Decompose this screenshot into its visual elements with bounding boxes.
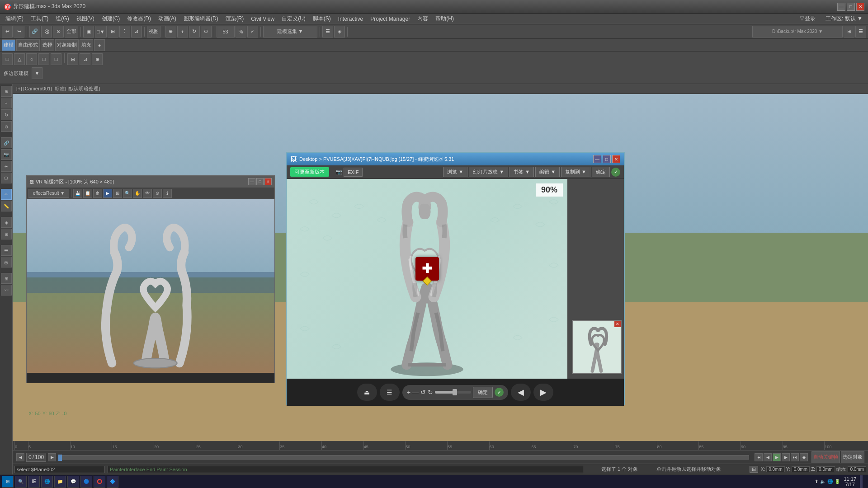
named-selection[interactable]: 建模选集 ▼ bbox=[263, 26, 317, 38]
freeform-tab[interactable]: 自由形式 bbox=[16, 39, 40, 51]
taskbar-app1[interactable]: 🔵 bbox=[80, 476, 92, 488]
poly-select-poly[interactable]: □ bbox=[38, 53, 49, 65]
menu-render[interactable]: 渲染(R) bbox=[222, 14, 248, 23]
update-version-button[interactable]: 可更至新版本 bbox=[290, 167, 329, 177]
image-viewer-maximize[interactable]: □ bbox=[603, 155, 611, 163]
frame-counter[interactable]: 0 / 100 bbox=[26, 453, 46, 462]
vr-zoom[interactable]: 🔍 bbox=[123, 189, 132, 198]
timeline-playhead[interactable] bbox=[58, 455, 62, 461]
anim-next-button[interactable]: ▶ bbox=[782, 453, 790, 461]
mirror-btn[interactable]: ☰ bbox=[322, 26, 333, 38]
thumbnail-close-button[interactable]: ✕ bbox=[614, 321, 621, 327]
exif-button[interactable]: EXIF bbox=[344, 168, 363, 177]
nav-progress-bar[interactable] bbox=[435, 391, 471, 394]
scale-btn[interactable]: ⊙ bbox=[201, 26, 212, 38]
select-object-button[interactable]: ▣ bbox=[83, 26, 94, 38]
poly-settings[interactable]: ▼ bbox=[32, 67, 42, 79]
tool-scale[interactable]: ⊙ bbox=[1, 121, 12, 132]
user-account[interactable]: ▽登录 bbox=[796, 14, 819, 23]
menu-animation[interactable]: 动画(A) bbox=[155, 14, 180, 23]
close-button[interactable]: ✕ bbox=[856, 3, 864, 11]
fill-more[interactable]: ● bbox=[94, 39, 105, 51]
tool-light[interactable]: ☀ bbox=[1, 161, 12, 172]
viewport-main[interactable]: 🖼 VR 帧缓冲区 - [100% 为 640 × 480] — □ ✕ eff… bbox=[13, 94, 868, 441]
image-viewer-minimize[interactable]: — bbox=[593, 155, 601, 163]
vr-maximize[interactable]: □ bbox=[256, 178, 264, 185]
tool-material[interactable]: ◈ bbox=[1, 217, 12, 228]
paint-select[interactable]: ⊿ bbox=[131, 26, 142, 38]
anim-key-button[interactable]: ◆ bbox=[800, 453, 808, 461]
confirm-button[interactable]: 确定 bbox=[592, 167, 610, 177]
browse-menu[interactable]: 浏览 ▼ bbox=[443, 167, 467, 177]
menu-civil-view[interactable]: Civil View bbox=[247, 15, 278, 23]
eject-button[interactable]: ⏏ bbox=[357, 384, 377, 401]
anim-prev-button[interactable]: ◀ bbox=[764, 453, 772, 461]
move-btn[interactable]: + bbox=[177, 26, 188, 38]
vr-close[interactable]: ✕ bbox=[264, 178, 272, 185]
lasso-select[interactable]: ⋮ bbox=[119, 26, 130, 38]
tool-move[interactable]: + bbox=[1, 98, 12, 108]
image-viewer-close[interactable]: ✕ bbox=[612, 155, 620, 163]
vr-save-copy[interactable]: 📋 bbox=[83, 189, 92, 198]
slideshow-menu[interactable]: 幻灯片放映 ▼ bbox=[469, 167, 508, 177]
vr-info[interactable]: ℹ bbox=[163, 189, 172, 198]
redo-button[interactable]: ↪ bbox=[14, 26, 24, 38]
taskbar-chrome[interactable]: 🌐 bbox=[41, 476, 53, 488]
modeling-tab[interactable]: 建模 bbox=[2, 39, 15, 51]
rotate-left-button[interactable]: ↺ bbox=[420, 389, 426, 396]
menu-graph-editor[interactable]: 图形编辑器(D) bbox=[180, 14, 222, 23]
poly-select-elem[interactable]: □ bbox=[51, 53, 61, 65]
tool-geo[interactable]: ⬡ bbox=[1, 173, 12, 183]
tool-select[interactable]: ⊕ bbox=[1, 86, 12, 97]
poly-select-vert[interactable]: □ bbox=[2, 53, 13, 65]
taskbar-search[interactable]: 🔍 bbox=[15, 476, 27, 488]
tool-camera[interactable]: 📷 bbox=[1, 149, 12, 160]
zoom-minus-button[interactable]: — bbox=[412, 389, 419, 396]
vr-track[interactable]: ✋ bbox=[133, 189, 142, 198]
scene-explorer-btn[interactable]: ⊞ bbox=[844, 26, 854, 38]
confirm-check[interactable]: ✓ bbox=[611, 168, 620, 177]
maximize-button[interactable]: □ bbox=[847, 3, 855, 11]
nav-confirm-button[interactable]: 确定 bbox=[473, 387, 493, 398]
bind-button[interactable]: ⊙ bbox=[53, 26, 64, 38]
poly-select-edge[interactable]: △ bbox=[14, 53, 25, 65]
menu-create[interactable]: 创建(C) bbox=[98, 14, 124, 23]
snap-toggle[interactable]: ✓ bbox=[247, 26, 258, 38]
tool-array[interactable]: ⊞ bbox=[1, 273, 12, 284]
vr-view[interactable]: 👁 bbox=[143, 189, 152, 198]
select-filter[interactable]: □▼ bbox=[95, 26, 107, 38]
menu-tools[interactable]: 工具(T) bbox=[27, 14, 52, 23]
tool-mirror[interactable]: ☰ bbox=[1, 245, 12, 256]
menu-nav-button[interactable]: ☰ bbox=[380, 384, 400, 401]
vr-render[interactable]: ▶ bbox=[103, 189, 112, 198]
transform-btn[interactable]: ⊕ bbox=[165, 26, 176, 38]
vr-save[interactable]: 💾 bbox=[73, 189, 82, 198]
poly-tool1[interactable]: ⊞ bbox=[67, 53, 78, 65]
taskbar-folder[interactable]: 📁 bbox=[54, 476, 66, 488]
menu-view[interactable]: 视图(V) bbox=[73, 14, 98, 23]
menu-group[interactable]: 组(G) bbox=[52, 14, 72, 23]
select-all-button[interactable]: 全部 bbox=[65, 26, 78, 38]
menu-help[interactable]: 帮助(H) bbox=[432, 14, 458, 23]
bookmark-menu[interactable]: 书签 ▼ bbox=[509, 167, 534, 177]
vr-history[interactable]: ⊙ bbox=[153, 189, 162, 198]
menu-custom[interactable]: 自定义(U) bbox=[278, 14, 309, 23]
tool-paint[interactable]: ✏ bbox=[1, 189, 12, 200]
percent-input[interactable]: 53 bbox=[217, 26, 235, 38]
selected-object-key[interactable]: 选定对象 bbox=[841, 451, 864, 463]
vr-clear[interactable]: 🗑 bbox=[93, 189, 102, 198]
menu-project-manager[interactable]: Project Manager bbox=[367, 15, 414, 23]
fill-tab[interactable]: 填充 bbox=[80, 39, 93, 51]
next-frame-button[interactable]: ▶ bbox=[48, 453, 56, 461]
edit-menu[interactable]: 编辑 ▼ bbox=[535, 167, 560, 177]
image-main-area[interactable]: 90% ✚ bbox=[287, 179, 567, 379]
taskbar-weixin[interactable]: 💬 bbox=[67, 476, 79, 488]
tool-measure[interactable]: 📏 bbox=[1, 201, 12, 211]
menu-interactive[interactable]: Interactive bbox=[335, 15, 367, 23]
menu-content[interactable]: 内容 bbox=[414, 14, 432, 23]
minimize-button[interactable]: — bbox=[837, 3, 845, 11]
prev-frame-button[interactable]: ◀ bbox=[16, 453, 24, 461]
zoom-plus-button[interactable]: + bbox=[407, 389, 410, 396]
tool-rotate[interactable]: ↻ bbox=[1, 109, 12, 120]
vr-effects-select[interactable]: effectsResult ▼ bbox=[28, 189, 69, 198]
